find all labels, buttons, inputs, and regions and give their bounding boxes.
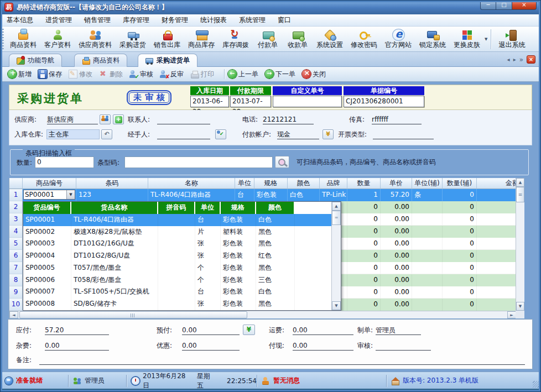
- chevron-down-icon[interactable]: ▼: [66, 190, 75, 199]
- grid-cell-amount[interactable]: [477, 274, 516, 286]
- grid-cell-qty2[interactable]: 0: [443, 201, 477, 213]
- tab-purchase-order[interactable]: 采购进货单: [138, 54, 197, 67]
- menu-reports[interactable]: 统计报表: [194, 14, 233, 27]
- scroll-left-icon[interactable]: ◄: [9, 311, 18, 318]
- grid-cell-qty[interactable]: 0: [347, 262, 381, 274]
- dropdown-scrollbar[interactable]: ▲ ≡ ▼: [331, 202, 341, 310]
- scroll-down-icon[interactable]: ▼: [332, 301, 341, 310]
- grid-cell-qty[interactable]: 1: [347, 189, 381, 201]
- grid-col-header[interactable]: 单价: [381, 178, 412, 189]
- grid-cell-code[interactable]: SP00001 ▼: [23, 189, 76, 201]
- payable-input[interactable]: 57.20: [45, 325, 109, 335]
- account-input[interactable]: 现金: [277, 129, 319, 139]
- grid-cell-price[interactable]: 0.00: [381, 262, 412, 274]
- resize-grip-icon[interactable]: [533, 381, 539, 388]
- dropdown-row[interactable]: SP00006 T058/彩色/墨盒 个 彩色装 三色: [23, 274, 341, 286]
- cash-input[interactable]: 0.00: [293, 341, 353, 351]
- grid-vertical-scrollbar[interactable]: ▲ ≡ ▼: [516, 178, 524, 311]
- menu-sales[interactable]: 销售管理: [78, 14, 117, 27]
- grid-cell-price[interactable]: 0.00: [381, 226, 412, 238]
- previous-order-button[interactable]: 上一单: [228, 70, 258, 79]
- toolbar-supplier-button[interactable]: 供应商资料: [75, 28, 116, 51]
- pick-supplier-button[interactable]: [100, 114, 111, 124]
- grid-cell-unit2[interactable]: [412, 286, 443, 299]
- warehouse-input[interactable]: 主仓库: [46, 129, 100, 139]
- pick-account-button[interactable]: ¥: [322, 129, 334, 139]
- grid-cell-brand[interactable]: TP-Link: [320, 189, 347, 201]
- dropdown-row[interactable]: SP00003 DT101G2/16G/U盘 张 彩色装 黑色: [23, 238, 341, 250]
- scroll-up-icon[interactable]: ▲: [516, 178, 524, 187]
- remark-input[interactable]: [39, 355, 525, 365]
- scroll-up-icon[interactable]: ▲: [332, 202, 341, 211]
- grid-cell-price[interactable]: 0.00: [381, 286, 412, 299]
- close-order-button[interactable]: 关闭: [302, 70, 326, 79]
- grid-cell-amount[interactable]: [477, 250, 516, 262]
- discount-input[interactable]: 0.00: [182, 341, 240, 351]
- grid-cell-qty2[interactable]: 0: [443, 286, 477, 299]
- grid-cell-qty2[interactable]: 0: [443, 299, 477, 311]
- scroll-down-icon[interactable]: ▼: [516, 302, 524, 311]
- supplier-input[interactable]: 新供应商: [47, 114, 98, 124]
- tab-scroll-right-icon[interactable]: ▸: [513, 56, 516, 62]
- toolbar-inventory-button[interactable]: 商品库存: [184, 28, 219, 51]
- menu-window[interactable]: 窗口: [272, 14, 297, 27]
- dropdown-row[interactable]: SP00007 TL-SF1005+/5口/交换机 台 彩色装 白色: [23, 286, 341, 298]
- barcode-code-input[interactable]: [124, 156, 273, 168]
- grid-cell-amount[interactable]: [477, 299, 516, 311]
- grid-col-header[interactable]: 数量(辅): [443, 178, 477, 189]
- toolbar-exit-button[interactable]: 退出系统: [495, 28, 529, 51]
- next-order-button[interactable]: 下一单: [265, 70, 295, 79]
- scrollbar-thumb[interactable]: ≡: [332, 211, 341, 225]
- grid-cell-unit2[interactable]: [412, 213, 443, 226]
- grid-cell-qty[interactable]: 0: [347, 238, 381, 250]
- add-supplier-button[interactable]: +: [113, 114, 124, 124]
- scrollbar-track[interactable]: [18, 311, 507, 318]
- grid-cell-amount[interactable]: [477, 201, 516, 213]
- doc-number-input[interactable]: CJ201306280001: [344, 96, 424, 107]
- barcode-search-button[interactable]: [275, 156, 289, 168]
- close-button[interactable]: ×: [512, 0, 537, 10]
- toolbar-goods-button[interactable]: 商品资料: [6, 28, 40, 51]
- grid-cell-price[interactable]: 0.00: [381, 299, 412, 311]
- grid-cell-amount[interactable]: [477, 238, 516, 250]
- grid-cell-qty[interactable]: 0: [347, 299, 381, 311]
- agent-input[interactable]: [157, 129, 210, 139]
- menu-system[interactable]: 系统管理: [233, 14, 272, 27]
- dropdown-row[interactable]: SP00001 TL-R406/4口路由器 台 彩色装 白色: [23, 214, 341, 226]
- grid-col-header[interactable]: 名称: [148, 178, 235, 189]
- grid-cell-qty[interactable]: 0: [347, 226, 381, 238]
- grid-cell-unit2[interactable]: [412, 262, 443, 274]
- grid-cell-qty2[interactable]: 0: [443, 189, 477, 201]
- freight-input[interactable]: 0.00: [293, 325, 353, 335]
- grid-col-header[interactable]: 品牌: [320, 178, 347, 189]
- grid-cell-qty[interactable]: 0: [347, 213, 381, 226]
- grid-cell-amount[interactable]: [477, 213, 516, 226]
- grid-col-header[interactable]: 商品编号: [23, 178, 76, 189]
- grid-col-header[interactable]: 条码: [76, 178, 148, 189]
- misc-input[interactable]: 0.00: [45, 341, 109, 351]
- fax-input[interactable]: rffffff: [372, 114, 422, 124]
- grid-cell-price[interactable]: 0.00: [381, 238, 412, 250]
- grid-cell-qty2[interactable]: 0: [443, 238, 477, 250]
- custom-number-input[interactable]: [273, 96, 342, 107]
- grid-cell-qty[interactable]: 0: [347, 201, 381, 213]
- toolbar-receipt-button[interactable]: 收款单: [283, 28, 313, 51]
- grid-horizontal-scrollbar[interactable]: ◄ ►: [9, 311, 516, 318]
- grid-cell-amount[interactable]: [477, 286, 516, 299]
- toolbar-settings-button[interactable]: 系统设置: [313, 28, 347, 51]
- grid-cell-qty2[interactable]: 0: [443, 262, 477, 274]
- grid-cell-qty2[interactable]: 0: [443, 226, 477, 238]
- grid-cell-price[interactable]: 0.00: [381, 201, 412, 213]
- grid-cell-unit2[interactable]: [412, 201, 443, 213]
- grid-cell-price[interactable]: 57.20: [381, 189, 412, 201]
- tab-overflow-icon[interactable]: »: [519, 56, 523, 64]
- invoice-type-input[interactable]: [373, 129, 434, 139]
- toolbar-transfer-button[interactable]: 库存调拨: [219, 28, 253, 51]
- product-code-combobox[interactable]: SP00001 ▼: [23, 190, 75, 200]
- dropdown-row[interactable]: SP00004 DT101G2/8G/U盘 张 彩色装 红色: [23, 250, 341, 262]
- grid-cell-qty2[interactable]: 0: [443, 274, 477, 286]
- print-button[interactable]: 打印: [190, 70, 214, 79]
- prepaid-money-button[interactable]: ¥: [243, 325, 255, 335]
- grid-cell-unit2[interactable]: 条: [412, 189, 443, 201]
- grid-col-header[interactable]: 规格: [254, 178, 288, 189]
